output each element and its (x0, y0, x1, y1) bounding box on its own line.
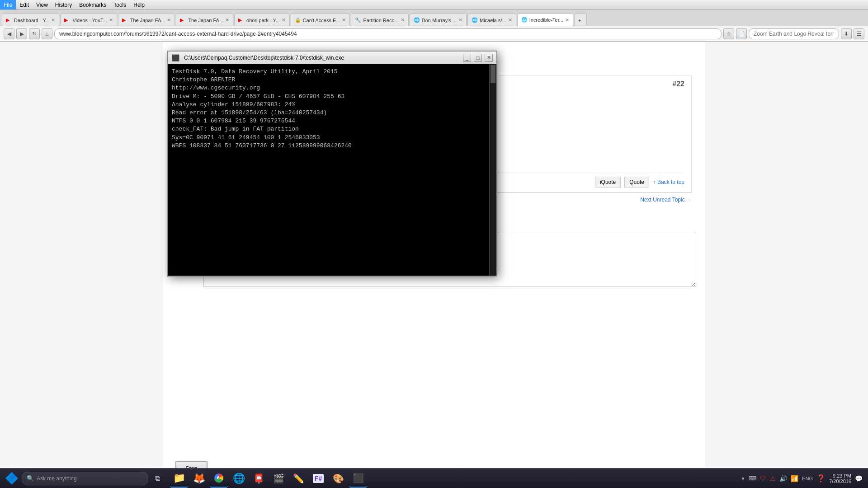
new-tab-button[interactable]: + (574, 14, 587, 26)
post-number: #22 (672, 80, 684, 88)
search-input[interactable] (749, 28, 839, 39)
menu-bookmarks[interactable]: Bookmarks (75, 0, 110, 9)
tab-favicon-3: ▶ (180, 17, 186, 23)
terminal-maximize-button[interactable]: □ (474, 54, 482, 62)
menu-help[interactable]: Help (130, 0, 148, 9)
taskbar-app-fsharp[interactable]: F# (309, 469, 327, 488)
tab-close-8[interactable]: ✕ (508, 17, 512, 23)
chrome-icon (214, 473, 224, 483)
tab-close-6[interactable]: ✕ (401, 17, 405, 23)
taskbar-app-firefox[interactable]: 🦊 (190, 469, 208, 488)
tab-favicon-5: 🔒 (295, 17, 301, 23)
tab-7[interactable]: 🌐 Don Murray's ... ✕ (410, 14, 467, 26)
settings-button[interactable]: ☰ (854, 28, 864, 39)
tab-favicon-4: ▶ (238, 17, 245, 23)
address-input[interactable] (54, 28, 722, 39)
menu-file[interactable]: File (0, 0, 16, 9)
menu-history[interactable]: History (52, 0, 75, 9)
pencil-icon: ✏️ (293, 473, 304, 484)
keyboard-icon[interactable]: ⌨ (749, 475, 756, 482)
bookmark-button[interactable]: ☆ (723, 28, 734, 39)
tab-label-0: Dashboard - Y... (14, 18, 49, 23)
terminal-body-container: TestDisk 7.0, Data Recovery Utility, Apr… (168, 64, 496, 276)
menu-view[interactable]: View (33, 0, 52, 9)
tab-favicon-8: 🌐 (472, 17, 478, 23)
terminal-scrollbar[interactable] (489, 64, 496, 276)
taskbar-app-pencil[interactable]: ✏️ (289, 469, 307, 488)
iquote-button[interactable]: iQuote (595, 177, 621, 188)
tab-3[interactable]: ▶ The Japan FA... ✕ (176, 14, 233, 26)
tab-4[interactable]: ▶ ohori park - Y... ✕ (234, 14, 290, 26)
taskbar-app-chrome[interactable] (210, 469, 228, 488)
reader-button[interactable]: 📄 (736, 28, 747, 39)
taskbar-app-photo[interactable]: 🎨 (329, 469, 347, 488)
taskbar-app-mail[interactable]: 📮 (250, 469, 268, 488)
tab-close-3[interactable]: ✕ (225, 17, 229, 23)
menu-tools[interactable]: Tools (110, 0, 130, 9)
volume-icon[interactable]: 🔊 (779, 475, 787, 482)
taskbar-app-explorer[interactable]: 📁 (170, 469, 188, 488)
tab-bar: ▶ Dashboard - Y... ✕ ▶ Videos - YouT... … (0, 10, 868, 26)
tab-close-1[interactable]: ✕ (109, 17, 113, 23)
folder-icon: 📁 (173, 472, 185, 484)
tab-label-8: Micaela s/... (480, 18, 506, 23)
taskbar-clock[interactable]: 9:23 PM 7/20/2016 (829, 473, 851, 484)
tab-2[interactable]: ▶ The Japan FA... ✕ (118, 14, 175, 26)
tab-0[interactable]: ▶ Dashboard - Y... ✕ (2, 14, 59, 26)
back-to-top-icon: ↑ (653, 179, 656, 185)
tab-5[interactable]: 🔒 Can't Access E... ✕ (291, 14, 350, 26)
lang-label: ENG (802, 476, 813, 481)
terminal-minimize-button[interactable]: _ (463, 54, 471, 62)
tab-label-4: ohori park - Y... (246, 18, 280, 23)
tab-label-7: Don Murray's ... (422, 18, 457, 23)
tab-8[interactable]: 🌐 Micaela s/... ✕ (467, 14, 516, 26)
tab-favicon-6: 🔧 (355, 17, 361, 23)
home-button[interactable]: ⌂ (42, 28, 52, 39)
terminal-app-icon-taskbar: ⬛ (353, 473, 364, 483)
forward-button[interactable]: ▶ (16, 28, 27, 39)
start-button[interactable] (2, 469, 22, 488)
tab-1[interactable]: ▶ Videos - YouT... ✕ (60, 14, 117, 26)
back-button[interactable]: ◀ (4, 28, 14, 39)
mail-icon: 📮 (253, 473, 264, 484)
tab-close-9[interactable]: ✕ (565, 17, 569, 23)
terminal-titlebar: ⬛ C:\Users\Compaq Customer\Desktop\testd… (168, 52, 496, 64)
new-tab-icon: + (578, 18, 581, 23)
tab-close-2[interactable]: ✕ (167, 17, 171, 23)
help-icon[interactable]: ❓ (816, 474, 826, 483)
tab-6[interactable]: 🔧 Partition Reco... ✕ (351, 14, 408, 26)
terminal-app-icon: ⬛ (172, 54, 179, 61)
next-unread-link[interactable]: Next Unread Topic → (640, 197, 692, 203)
tab-9[interactable]: 🌐 Incredible-Ter... ✕ (517, 14, 573, 26)
fsharp-icon: F# (313, 474, 324, 483)
security-icon: 🛡 (760, 475, 766, 482)
tab-close-7[interactable]: ✕ (458, 17, 462, 23)
tab-label-1: Videos - YouT... (72, 18, 107, 23)
reload-button[interactable]: ↻ (29, 28, 40, 39)
tab-close-0[interactable]: ✕ (51, 17, 55, 23)
tab-close-4[interactable]: ✕ (282, 17, 286, 23)
network-icon[interactable]: 📶 (791, 475, 798, 482)
search-icon: 🔍 (27, 475, 34, 482)
taskbar-app-terminal[interactable]: ⬛ (349, 469, 367, 488)
terminal-body[interactable]: TestDisk 7.0, Data Recovery Utility, Apr… (168, 64, 489, 276)
taskbar: 🔍 Ask me anything ⧉ 📁 🦊 🌐 📮 🎬 (0, 468, 868, 488)
menu-edit[interactable]: Edit (16, 0, 33, 9)
back-to-top-link[interactable]: ↑ Back to top (653, 177, 684, 188)
task-view-button[interactable]: ⧉ (148, 469, 166, 488)
tab-label-6: Partition Reco... (363, 18, 398, 23)
ie-icon: 🌐 (233, 473, 245, 484)
chevron-up-icon[interactable]: ∧ (741, 475, 745, 482)
antivirus-icon: ⚠ (770, 475, 776, 482)
terminal-close-button[interactable]: ✕ (485, 54, 493, 62)
download-button[interactable]: ⬇ (841, 28, 852, 39)
action-center-icon[interactable]: 💬 (855, 475, 863, 482)
taskbar-app-ie[interactable]: 🌐 (230, 469, 248, 488)
quote-button[interactable]: Quote (624, 177, 649, 188)
tab-favicon-9: 🌐 (521, 17, 528, 23)
tab-close-5[interactable]: ✕ (342, 17, 346, 23)
taskbar-app-media[interactable]: 🎬 (269, 469, 288, 488)
tab-label-9: Incredible-Ter... (529, 17, 563, 23)
taskbar-search-box[interactable]: 🔍 Ask me anything (22, 472, 148, 485)
taskbar-apps: 📁 🦊 🌐 📮 🎬 ✏️ F# (170, 469, 367, 488)
